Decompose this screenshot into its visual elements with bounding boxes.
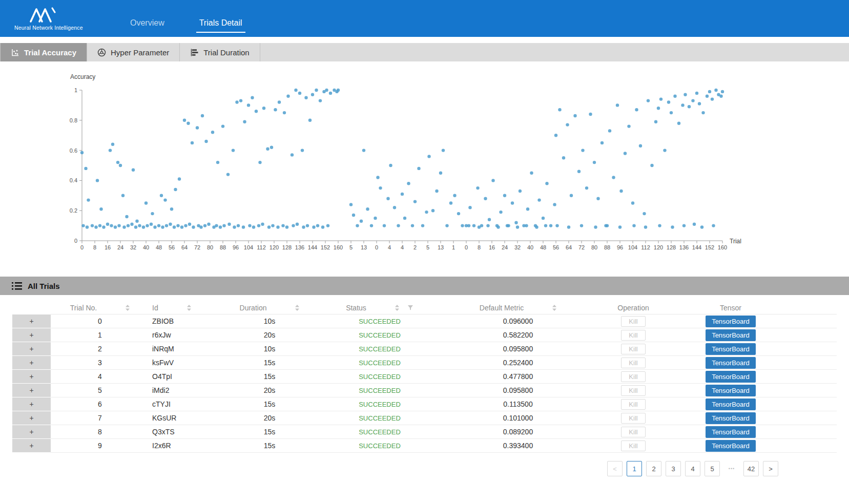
scatter-point[interactable] bbox=[631, 201, 634, 204]
scatter-point[interactable] bbox=[618, 225, 622, 228]
scatter-point[interactable] bbox=[468, 206, 471, 209]
scatter-point[interactable] bbox=[157, 224, 160, 227]
scatter-point[interactable] bbox=[187, 122, 190, 125]
scatter-point[interactable] bbox=[306, 224, 309, 227]
scatter-point[interactable] bbox=[163, 198, 167, 201]
scatter-point[interactable] bbox=[117, 224, 120, 227]
tensorboard-button[interactable]: TensorBoard bbox=[706, 426, 756, 438]
scatter-point[interactable] bbox=[698, 102, 701, 105]
scatter-point[interactable] bbox=[600, 141, 604, 144]
scatter-point[interactable] bbox=[413, 200, 417, 203]
scatter-point[interactable] bbox=[457, 212, 460, 215]
scatter-point[interactable] bbox=[122, 225, 126, 228]
scatter-point[interactable] bbox=[700, 225, 703, 228]
scatter-point[interactable] bbox=[635, 108, 638, 111]
tensorboard-button[interactable]: TensorBoard bbox=[706, 316, 756, 327]
sort-icon[interactable] bbox=[126, 305, 130, 311]
scatter-point[interactable] bbox=[650, 164, 653, 167]
scatter-point[interactable] bbox=[657, 107, 660, 110]
scatter-point[interactable] bbox=[119, 164, 122, 167]
scatter-point[interactable] bbox=[160, 194, 163, 197]
scatter-point[interactable] bbox=[616, 103, 619, 107]
pagination-page-42[interactable]: 42 bbox=[743, 461, 759, 476]
column-header-operation[interactable]: Operation bbox=[595, 301, 672, 314]
scatter-point[interactable] bbox=[242, 225, 245, 228]
tab-hyper-parameter[interactable]: Hyper Parameter bbox=[87, 43, 180, 61]
scatter-point[interactable] bbox=[80, 151, 84, 154]
scatter-point[interactable] bbox=[379, 186, 382, 190]
scatter-point[interactable] bbox=[677, 122, 680, 125]
pagination-ellipsis[interactable]: ••• bbox=[724, 461, 739, 476]
kill-button[interactable]: Kill bbox=[621, 413, 645, 424]
pagination-page-2[interactable]: 2 bbox=[646, 461, 661, 476]
scatter-point[interactable] bbox=[222, 224, 225, 227]
scatter-point[interactable] bbox=[721, 90, 724, 93]
scatter-point[interactable] bbox=[695, 92, 698, 95]
scatter-point[interactable] bbox=[239, 99, 242, 102]
tensorboard-button[interactable]: TensorBoard bbox=[706, 398, 756, 410]
scatter-point[interactable] bbox=[654, 120, 657, 123]
scatter-point[interactable] bbox=[174, 188, 177, 191]
kill-button[interactable]: Kill bbox=[621, 358, 645, 368]
scatter-point[interactable] bbox=[199, 225, 202, 228]
scatter-point[interactable] bbox=[566, 123, 569, 126]
scatter-point[interactable] bbox=[270, 146, 273, 149]
pagination-page-4[interactable]: 4 bbox=[685, 461, 700, 476]
scatter-point[interactable] bbox=[606, 224, 609, 227]
accuracy-scatter-plot[interactable]: 0816243240485664728088961041121201281361… bbox=[0, 72, 849, 257]
scatter-point[interactable] bbox=[144, 201, 148, 204]
scatter-point[interactable] bbox=[639, 144, 642, 148]
scatter-point[interactable] bbox=[693, 223, 696, 226]
scatter-point[interactable] bbox=[291, 153, 294, 156]
scatter-point[interactable] bbox=[484, 197, 487, 200]
scatter-point[interactable] bbox=[99, 207, 102, 211]
scatter-point[interactable] bbox=[150, 223, 153, 226]
scatter-point[interactable] bbox=[360, 220, 363, 223]
scatter-point[interactable] bbox=[294, 89, 297, 92]
scatter-point[interactable] bbox=[308, 119, 312, 122]
scatter-point[interactable] bbox=[251, 96, 254, 99]
scatter-point[interactable] bbox=[389, 164, 392, 167]
scatter-point[interactable] bbox=[719, 95, 722, 98]
scatter-point[interactable] bbox=[596, 197, 599, 200]
scatter-point[interactable] bbox=[201, 114, 204, 117]
scatter-point[interactable] bbox=[127, 224, 130, 227]
scatter-point[interactable] bbox=[658, 224, 661, 227]
expand-row-button[interactable]: + bbox=[12, 342, 51, 356]
scatter-point[interactable] bbox=[506, 224, 509, 227]
kill-button[interactable]: Kill bbox=[621, 399, 645, 410]
scatter-point[interactable] bbox=[311, 93, 314, 96]
scatter-point[interactable] bbox=[316, 224, 319, 227]
scatter-point[interactable] bbox=[442, 149, 445, 152]
scatter-point[interactable] bbox=[191, 141, 194, 144]
kill-button[interactable]: Kill bbox=[621, 330, 645, 341]
scatter-point[interactable] bbox=[544, 224, 547, 227]
scatter-point[interactable] bbox=[688, 105, 691, 108]
scatter-point[interactable] bbox=[684, 93, 687, 96]
scatter-point[interactable] bbox=[266, 148, 269, 151]
scatter-point[interactable] bbox=[403, 217, 406, 220]
scatter-point[interactable] bbox=[644, 225, 647, 228]
scatter-point[interactable] bbox=[125, 215, 128, 218]
scatter-point[interactable] bbox=[570, 194, 573, 197]
expand-row-button[interactable]: + bbox=[12, 370, 51, 384]
scatter-point[interactable] bbox=[216, 161, 219, 164]
scatter-point[interactable] bbox=[366, 207, 369, 211]
scatter-point[interactable] bbox=[549, 224, 552, 227]
scatter-point[interactable] bbox=[667, 100, 670, 103]
scatter-point[interactable] bbox=[262, 107, 265, 110]
scatter-point[interactable] bbox=[165, 224, 168, 227]
scatter-point[interactable] bbox=[221, 124, 224, 128]
scatter-point[interactable] bbox=[714, 89, 717, 92]
tab-trial-duration[interactable]: Trial Duration bbox=[180, 43, 260, 61]
scatter-point[interactable] bbox=[91, 224, 94, 227]
scatter-point[interactable] bbox=[445, 224, 448, 227]
scatter-point[interactable] bbox=[301, 149, 304, 152]
scatter-point[interactable] bbox=[173, 225, 176, 228]
scatter-point[interactable] bbox=[573, 114, 576, 117]
scatter-point[interactable] bbox=[608, 129, 611, 132]
scatter-point[interactable] bbox=[553, 203, 556, 206]
pagination-page-3[interactable]: 3 bbox=[666, 461, 681, 476]
scatter-point[interactable] bbox=[196, 126, 199, 129]
scatter-point[interactable] bbox=[555, 224, 558, 227]
